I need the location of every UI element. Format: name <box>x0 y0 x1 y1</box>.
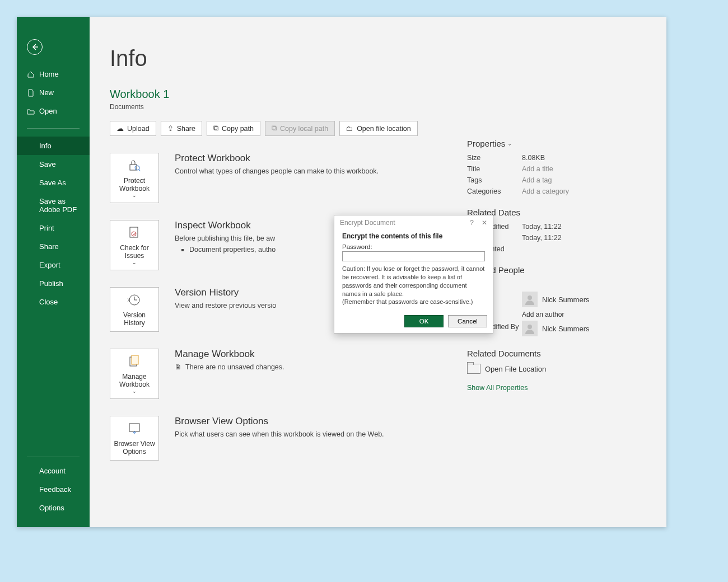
open-file-location-button[interactable]: 🗀 Open file location <box>339 121 418 136</box>
backstage-window: Workbook 1 - Excel Nick Summers ▢ ? — ▭ … <box>17 17 666 527</box>
related-people-heading: Related People <box>467 265 646 275</box>
person-avatar-icon <box>522 292 538 307</box>
protect-workbook-button[interactable]: Protect Workbook ⌄ <box>110 153 159 203</box>
sidebar-label: Save as Adobe PDF <box>39 197 82 214</box>
arrow-left-icon <box>31 43 39 51</box>
sidebar-label: Print <box>39 224 54 232</box>
sidebar-item-print[interactable]: Print <box>17 219 90 237</box>
section-desc: 🗎There are no unsaved changes. <box>175 363 284 371</box>
password-label: Password: <box>342 243 485 250</box>
sidebar-item-savepdf[interactable]: Save as Adobe PDF <box>17 192 90 219</box>
btn-label: Share <box>177 125 195 133</box>
upload-button[interactable]: ☁ Upload <box>110 121 156 136</box>
prop-value-title[interactable]: Add a title <box>522 165 553 173</box>
prop-key: Size <box>467 154 522 162</box>
help-icon[interactable]: ? <box>470 219 474 227</box>
chevron-down-icon: ⌄ <box>132 260 137 265</box>
history-icon <box>127 292 142 308</box>
sidebar-label: Feedback <box>39 485 71 494</box>
folder-icon: 🗀 <box>346 125 353 133</box>
page-title: Info <box>110 46 646 71</box>
sidebar-item-export[interactable]: Export <box>17 256 90 274</box>
copy-path-button[interactable]: ⧉ Copy path <box>207 121 260 136</box>
sidebar-item-open[interactable]: Open <box>17 102 90 120</box>
password-input[interactable] <box>342 251 485 261</box>
btn-label: Open file location <box>357 125 411 133</box>
sidebar-label: Export <box>39 261 60 269</box>
cancel-button[interactable]: Cancel <box>448 315 487 327</box>
author-row: Nick Summers <box>522 292 646 307</box>
section-bullet: Document properties, autho <box>189 246 276 254</box>
related-dates-heading: Related Dates <box>467 208 646 217</box>
section-body: Version History View and restore previou… <box>175 287 276 332</box>
prop-value-categories[interactable]: Add a category <box>522 187 569 195</box>
last-modified-by-row: Nick Summers <box>522 321 646 336</box>
sidebar-item-options[interactable]: Options <box>17 499 90 517</box>
svg-line-2 <box>139 170 141 171</box>
document-icon: 🗎 <box>175 363 182 371</box>
sidebar-item-saveas[interactable]: Save As <box>17 173 90 192</box>
document-icon <box>27 89 35 97</box>
close-icon[interactable]: ✕ <box>482 219 487 227</box>
sidebar-separator <box>27 128 80 129</box>
ok-button[interactable]: OK <box>404 315 444 327</box>
section-body: Browser View Options Pick what users can… <box>175 416 384 461</box>
share-button[interactable]: ⇪ Share <box>161 121 202 136</box>
section-desc: Before publishing this file, be aw <box>175 234 276 242</box>
browser-arrow-icon <box>127 421 142 436</box>
prop-key: Title <box>467 165 522 173</box>
section-title: Inspect Workbook <box>175 220 276 231</box>
folder-open-icon <box>27 107 35 115</box>
btn-label: Version History <box>113 311 156 327</box>
section-title: Browser View Options <box>175 416 384 427</box>
add-author-link[interactable]: Add an author <box>522 311 564 318</box>
sidebar-item-share[interactable]: Share <box>17 237 90 256</box>
show-all-properties-link[interactable]: Show All Properties <box>467 384 646 392</box>
section-desc: Control what types of changes people can… <box>175 167 379 175</box>
share-icon: ⇪ <box>167 124 174 133</box>
sidebar-item-feedback[interactable]: Feedback <box>17 480 90 499</box>
check-for-issues-button[interactable]: Check for Issues ⌄ <box>110 220 159 270</box>
version-history-button[interactable]: Version History <box>110 287 159 332</box>
prop-key: Categories <box>467 187 522 195</box>
section-title: Protect Workbook <box>175 153 379 164</box>
sidebar-label: Open <box>39 107 57 115</box>
sidebar-item-home[interactable]: Home <box>17 65 90 83</box>
sidebar-item-save[interactable]: Save <box>17 155 90 173</box>
sidebar-item-account[interactable]: Account <box>17 462 90 480</box>
copy-local-path-button: ⧉ Copy local path <box>265 121 335 136</box>
dialog-titlebar: Encrypt Document ? ✕ <box>334 215 493 230</box>
sidebar-item-close[interactable]: Close <box>17 293 90 311</box>
chevron-down-icon: ⌄ <box>132 388 137 394</box>
section-body: Inspect Workbook Before publishing this … <box>175 220 276 270</box>
sidebar-label: Options <box>39 504 64 512</box>
encrypt-document-dialog: Encrypt Document ? ✕ Encrypt the content… <box>334 215 493 334</box>
prop-value-tags[interactable]: Add a tag <box>522 176 552 184</box>
btn-label: Protect Workbook <box>113 177 156 193</box>
link-icon: ⧉ <box>272 124 277 133</box>
sidebar-item-publish[interactable]: Publish <box>17 274 90 293</box>
dialog-heading: Encrypt the contents of this file <box>342 232 485 240</box>
document-stack-icon <box>127 354 142 369</box>
sidebar-separator <box>27 457 80 457</box>
sidebar-item-new[interactable]: New <box>17 83 90 102</box>
prop-value: Today, 11:22 <box>522 223 562 231</box>
sidebar-item-info[interactable]: Info <box>17 137 90 155</box>
btn-label: Copy path <box>222 125 254 133</box>
section-title: Version History <box>175 287 276 298</box>
manage-workbook-button[interactable]: Manage Workbook ⌄ <box>110 349 159 399</box>
svg-point-10 <box>528 325 532 329</box>
sidebar-label: Save <box>39 160 56 168</box>
properties-heading[interactable]: Properties⌄ <box>467 139 646 148</box>
browser-view-options-button[interactable]: Browser View Options <box>110 416 159 461</box>
section-body: Protect Workbook Control what types of c… <box>175 153 379 203</box>
folder-icon <box>467 364 480 374</box>
action-button-row: ☁ Upload ⇪ Share ⧉ Copy path ⧉ Copy loca… <box>110 121 646 136</box>
section-body: Manage Workbook 🗎There are no unsaved ch… <box>175 349 284 399</box>
btn-label: Browser View Options <box>113 440 156 456</box>
btn-label: Copy local path <box>280 125 328 133</box>
home-icon <box>27 71 35 78</box>
back-button[interactable] <box>27 39 43 55</box>
sidebar-label: Info <box>39 142 52 150</box>
open-file-location-link[interactable]: Open File Location <box>467 364 646 374</box>
